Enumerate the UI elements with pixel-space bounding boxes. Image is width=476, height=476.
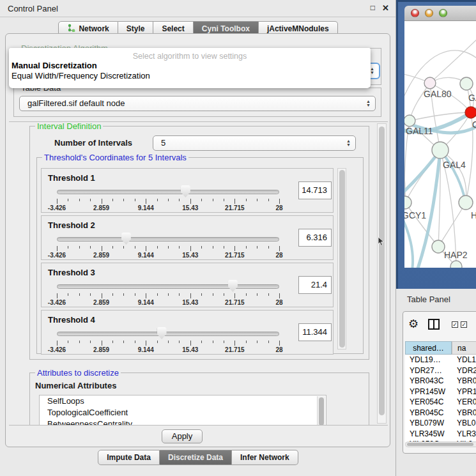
attributes-list-scrollbar[interactable] [317,396,325,426]
threshold-list: Threshold 1-3.4262.8599.14415.4321.71528… [41,168,334,357]
slider-track[interactable] [57,332,279,336]
table-cell[interactable]: YLR3 [452,429,476,440]
network-edge[interactable] [430,36,476,83]
number-of-intervals-combobox[interactable]: 5 ▲▼ [153,135,356,151]
algorithm-placeholder-option[interactable]: Select algorithm to view settings [9,48,371,61]
node-right[interactable] [459,196,473,210]
node-red[interactable] [465,107,476,118]
tab-infer-network[interactable]: Infer Network [232,450,298,465]
algorithm-option[interactable]: Manual Discretization [9,61,371,71]
table-cell[interactable]: YBL0 [452,418,476,429]
table-cell[interactable]: YDL1 [452,355,476,365]
scrollbar-thumb[interactable] [339,170,345,348]
zoom-traffic-light-icon[interactable] [439,9,447,17]
network-edge[interactable] [440,150,466,203]
tick-label: 21.715 [225,252,245,259]
table-cell[interactable]: YER054C [405,397,452,408]
bottom-tab-bar: Impute DataDiscretize DataInfer Network [0,450,396,465]
table-cell[interactable]: YBR045C [405,408,452,418]
node-gal11[interactable] [404,115,415,127]
table-row[interactable]: YLR345WYLR3 [405,429,476,440]
number-of-intervals-label: Number of Intervals [54,138,132,148]
apply-button[interactable]: Apply [162,429,203,443]
slider-handle[interactable] [228,280,238,292]
attribute-list-item[interactable]: BetweennessCentrality [40,418,326,426]
panel-title: Control Panel [8,4,58,13]
column-header-shared[interactable]: shared… [405,341,452,355]
table-row[interactable]: YDR27…YDR2 [405,365,476,376]
slider-handle[interactable] [181,185,190,197]
table-row[interactable]: YDL19…YDL1 [405,355,476,365]
threshold-value-field[interactable]: 6.316 [298,229,332,247]
node-label: GCY1 [404,210,426,220]
node-gal4[interactable] [432,142,449,158]
algorithm-option[interactable]: Equal Width/Frequency Discretization [9,71,371,81]
column-header-name[interactable]: na [452,341,476,355]
float-window-icon[interactable]: □ [371,3,375,12]
close-icon[interactable]: ✕ [382,3,389,13]
tab-impute-data[interactable]: Impute Data [98,450,160,465]
network-edge-highlighted[interactable] [404,215,413,268]
network-canvas[interactable]: GAL80GACGAL11GAL4GCY1HHAP2 [404,21,476,268]
tick-label: 9.144 [138,204,154,211]
node-gal80[interactable] [424,77,436,89]
slider-track[interactable] [57,190,279,194]
node-gcy1[interactable] [404,196,411,209]
node-attribute-table: shared… na YDL19…YDL1YDR27…YDR2YBR043CYB… [405,341,476,442]
slider-track[interactable] [57,284,279,289]
table-cell[interactable]: YPR1 [452,387,476,397]
attribute-list-item[interactable]: TopologicalCoefficient [40,407,326,418]
numerical-attributes-list: SelfLoopsTopologicalCoefficientBetweenne… [39,395,326,426]
checkbox-icon[interactable]: ✓ [461,321,467,328]
minimize-traffic-light-icon[interactable] [425,9,433,17]
table-cell[interactable]: YER0 [452,397,476,408]
table-row[interactable]: YBR043CYBR0 [405,376,476,387]
tick-label: -3.426 [48,299,66,306]
table-horizontal-scrollbar[interactable] [405,441,476,447]
threshold-value-field[interactable]: 11.344 [298,323,332,341]
thresholds-scrollbar[interactable] [337,168,346,349]
scrollbar-thumb[interactable] [407,443,473,446]
tab-discretize-data[interactable]: Discretize Data [160,450,232,465]
node-top-right[interactable] [460,77,473,90]
threshold-label: Threshold 1 [48,173,95,183]
checkbox-icon[interactable]: ✓ [452,321,458,328]
slider-handle[interactable] [121,233,131,245]
table-cell[interactable]: YDL19… [405,355,452,365]
table-row[interactable]: YBR045CYBR0 [405,408,476,418]
threshold-label: Threshold 3 [48,268,95,277]
gear-icon[interactable]: ⚙ [408,317,418,331]
table-cell[interactable]: YDR2 [452,365,476,376]
threshold-value-field[interactable]: 14.713 [298,181,332,199]
table-row[interactable]: YPR145WYPR1 [405,387,476,397]
table-cell[interactable]: YBR0 [452,408,476,418]
table-data-combobox[interactable]: galFiltered.sif default node ▲▼ [19,96,376,111]
table-cell[interactable]: YDR27… [405,365,452,376]
table-cell[interactable]: YPR145W [405,387,452,397]
scrollbar-thumb[interactable] [379,127,385,415]
node-hap2[interactable] [432,240,445,253]
table-cell[interactable]: YBL079W [405,418,452,429]
slider-track[interactable] [57,237,279,242]
close-traffic-light-icon[interactable] [411,9,419,17]
tab-label: Impute Data [107,453,151,462]
threshold-value-field[interactable]: 21.4 [298,276,332,294]
network-window-titlebar[interactable] [404,6,476,21]
node-bottom[interactable] [450,261,462,268]
tick-label: 21.715 [225,346,245,353]
columns-icon[interactable] [428,319,440,330]
network-view-window[interactable]: GAL80GACGAL11GAL4GCY1HHAP2 [396,0,476,289]
attribute-list-item[interactable]: SelfLoops [40,395,326,407]
settings-scroll-area: Interval Definition Number of Intervals … [9,121,388,426]
table-row[interactable]: YBL079WYBL0 [405,418,476,429]
settings-scrollbar[interactable] [377,123,387,424]
slider-handle[interactable] [157,327,167,339]
table-row[interactable]: YER054CYER0 [405,397,476,408]
table-cell[interactable]: YBR0 [452,376,476,387]
number-of-intervals-value: 5 [161,136,165,150]
slider-tick-labels: -3.4262.8599.14415.4321.71528 [57,346,279,353]
scrollbar-thumb[interactable] [319,397,324,426]
table-cell[interactable]: YLR345W [405,429,452,440]
table-cell[interactable]: YBR043C [405,376,452,387]
tab-label: Select [162,24,184,33]
